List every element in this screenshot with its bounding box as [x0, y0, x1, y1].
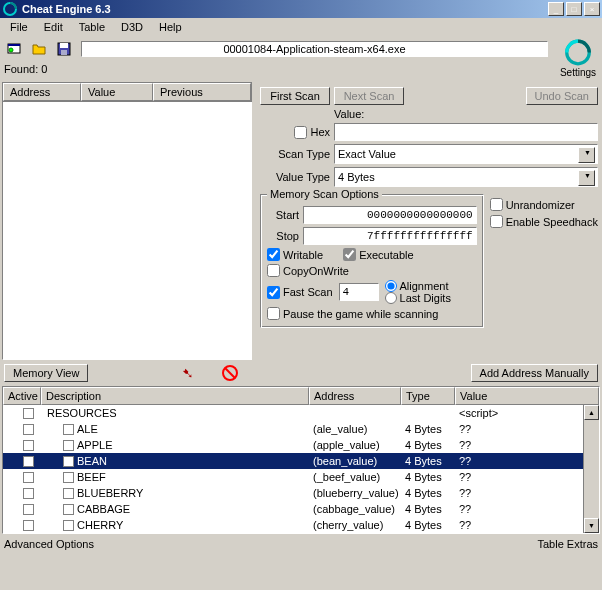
settings-button[interactable]: Settings — [558, 38, 598, 78]
menubar: File Edit Table D3D Help — [0, 18, 602, 36]
active-checkbox[interactable] — [23, 424, 34, 435]
address-table: Active Description Address Type Value RE… — [2, 386, 600, 534]
row-checkbox[interactable] — [63, 456, 74, 467]
value-type-select[interactable]: 4 Bytes — [334, 167, 598, 187]
speedhack-checkbox[interactable] — [490, 215, 503, 228]
close-button[interactable]: × — [584, 2, 600, 16]
active-checkbox[interactable] — [23, 440, 34, 451]
menu-table[interactable]: Table — [71, 19, 113, 35]
active-checkbox[interactable] — [23, 472, 34, 483]
active-checkbox[interactable] — [23, 488, 34, 499]
results-list[interactable] — [2, 102, 252, 360]
col-value[interactable]: Value — [81, 83, 153, 101]
svg-rect-6 — [61, 50, 67, 55]
row-value: ?? — [455, 423, 599, 435]
row-address: (cherry_value) — [309, 519, 401, 531]
table-row[interactable]: BEEF(_beef_value)4 Bytes?? — [3, 469, 599, 485]
toolbar: 00001084-Application-steam-x64.exe — [0, 36, 554, 62]
row-checkbox[interactable] — [63, 440, 74, 451]
row-checkbox[interactable] — [63, 472, 74, 483]
col-val[interactable]: Value — [455, 387, 599, 405]
clear-icon[interactable] — [222, 365, 238, 381]
open-button[interactable] — [27, 38, 50, 60]
add-address-button[interactable]: Add Address Manually — [471, 364, 598, 382]
lastdigits-radio[interactable] — [385, 292, 397, 304]
row-description: CHERRY — [77, 519, 123, 531]
minimize-button[interactable]: _ — [548, 2, 564, 16]
table-extras-button[interactable]: Table Extras — [537, 538, 598, 550]
value-input[interactable] — [334, 123, 598, 141]
row-address: (apple_value) — [309, 439, 401, 451]
row-checkbox[interactable] — [63, 520, 74, 531]
col-type[interactable]: Type — [401, 387, 455, 405]
memory-view-button[interactable]: Memory View — [4, 364, 88, 382]
active-checkbox[interactable] — [23, 504, 34, 515]
row-value: ?? — [455, 519, 599, 531]
hex-checkbox[interactable] — [294, 126, 307, 139]
table-row[interactable]: BLUEBERRY(blueberry_value)4 Bytes?? — [3, 485, 599, 501]
col-address[interactable]: Address — [3, 83, 81, 101]
row-description: BEEF — [77, 471, 106, 483]
value-type-label: Value Type — [260, 171, 330, 183]
save-button[interactable] — [52, 38, 75, 60]
scroll-up-icon[interactable]: ▲ — [584, 405, 599, 420]
svg-rect-2 — [8, 44, 20, 46]
row-value: ?? — [455, 439, 599, 451]
table-row[interactable]: CABBAGE(cabbage_value)4 Bytes?? — [3, 501, 599, 517]
active-checkbox[interactable] — [23, 456, 34, 467]
add-arrow-icon[interactable]: ➷ — [182, 365, 194, 381]
row-type: 4 Bytes — [401, 519, 455, 531]
cow-checkbox[interactable] — [267, 264, 280, 277]
table-row[interactable]: BEAN(bean_value)4 Bytes?? — [3, 453, 599, 469]
col-addr[interactable]: Address — [309, 387, 401, 405]
fastscan-input[interactable] — [339, 283, 379, 301]
col-description[interactable]: Description — [41, 387, 309, 405]
col-previous[interactable]: Previous — [153, 83, 251, 101]
executable-checkbox[interactable] — [343, 248, 356, 261]
row-description: BEAN — [77, 455, 107, 467]
table-row[interactable]: CHERRY(cherry_value)4 Bytes?? — [3, 517, 599, 533]
row-type: 4 Bytes — [401, 487, 455, 499]
fastscan-checkbox[interactable] — [267, 286, 280, 299]
app-icon — [2, 1, 18, 17]
row-checkbox[interactable] — [63, 504, 74, 515]
scan-type-select[interactable]: Exact Value — [334, 144, 598, 164]
row-description: APPLE — [77, 439, 112, 451]
svg-rect-5 — [60, 43, 68, 48]
active-checkbox[interactable] — [23, 408, 34, 419]
row-address: (bean_value) — [309, 455, 401, 467]
row-description: CABBAGE — [77, 503, 130, 515]
undo-scan-button[interactable]: Undo Scan — [526, 87, 598, 105]
settings-label: Settings — [560, 67, 596, 78]
process-select-button[interactable] — [2, 38, 25, 60]
maximize-button[interactable]: □ — [566, 2, 582, 16]
alignment-radio[interactable] — [385, 280, 397, 292]
menu-d3d[interactable]: D3D — [113, 19, 151, 35]
stop-input[interactable] — [303, 227, 477, 245]
row-description: RESOURCES — [47, 407, 117, 419]
table-row[interactable]: RESOURCES<script> — [3, 405, 599, 421]
table-row[interactable]: APPLE(apple_value)4 Bytes?? — [3, 437, 599, 453]
menu-help[interactable]: Help — [151, 19, 190, 35]
col-active[interactable]: Active — [3, 387, 41, 405]
unrandomizer-checkbox[interactable] — [490, 198, 503, 211]
row-checkbox[interactable] — [63, 424, 74, 435]
menu-file[interactable]: File — [2, 19, 36, 35]
writable-checkbox[interactable] — [267, 248, 280, 261]
start-input[interactable] — [303, 206, 477, 224]
row-checkbox[interactable] — [63, 488, 74, 499]
row-type: 4 Bytes — [401, 471, 455, 483]
pause-checkbox[interactable] — [267, 307, 280, 320]
address-list[interactable]: RESOURCES<script>ALE(ale_value)4 Bytes??… — [3, 405, 599, 533]
row-value: ?? — [455, 471, 599, 483]
advanced-options-button[interactable]: Advanced Options — [4, 538, 94, 550]
first-scan-button[interactable]: First Scan — [260, 87, 330, 105]
mem-opts-label: Memory Scan Options — [267, 188, 382, 200]
active-checkbox[interactable] — [23, 520, 34, 531]
scrollbar[interactable]: ▲ ▼ — [583, 405, 599, 533]
next-scan-button[interactable]: Next Scan — [334, 87, 404, 105]
scroll-down-icon[interactable]: ▼ — [584, 518, 599, 533]
menu-edit[interactable]: Edit — [36, 19, 71, 35]
row-address: (_beef_value) — [309, 471, 401, 483]
table-row[interactable]: ALE(ale_value)4 Bytes?? — [3, 421, 599, 437]
